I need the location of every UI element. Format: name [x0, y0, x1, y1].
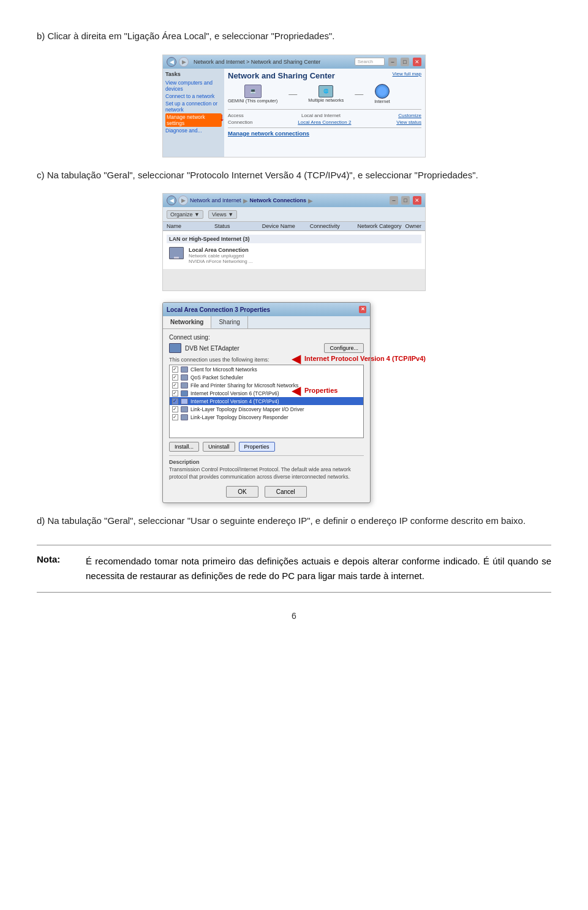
cancel-button[interactable]: Cancel: [265, 486, 307, 498]
network-icon: 🌐: [318, 85, 333, 97]
ss1-internet-label: Internet: [374, 99, 390, 104]
win2-forward-btn[interactable]: ▶: [178, 195, 188, 205]
views-button[interactable]: Views ▼: [208, 210, 237, 219]
screenshot-properties-dialog: Local Area Connection 3 Properties ✕ Net…: [162, 302, 371, 503]
ss1-network-label: Multiple networks: [308, 97, 344, 103]
ss2-toolbar: Organize ▼ Views ▼: [163, 207, 425, 222]
tasks-title: Tasks: [165, 71, 222, 77]
ss1-bottom: Access Local and Internet Customize Conn…: [228, 109, 421, 138]
note-text: É recomendado tomar nota primeiro das de…: [86, 554, 551, 583]
sidebar-manage-network[interactable]: Manage network settings ↓: [165, 113, 222, 127]
list-item-topology-mapper[interactable]: Link-Layer Topology Discovery Mapper I/O…: [170, 405, 363, 413]
screenshot-network-connections: ◀ ▶ Network and Internet ▶ Network Conne…: [162, 193, 426, 291]
list-item-ipv4[interactable]: Internet Protocol Version 4 (TCP/IPv4): [170, 397, 363, 405]
ss2-breadcrumb: Network and Internet ▶ Network Connectio…: [190, 197, 386, 204]
item-icon-fileprint: [181, 382, 188, 389]
annot-properties-text: Properties: [304, 387, 337, 394]
ss1-search[interactable]: Search: [355, 58, 385, 66]
checkbox-ipv4[interactable]: [172, 398, 178, 404]
checkbox-responder[interactable]: [172, 414, 178, 420]
annot-ipv4: ◀ Internet Protocol Version 4 (TCP/IPv4): [292, 351, 426, 366]
col-owner: Owner: [405, 223, 421, 229]
ss1-local-internet: Local and Internet: [301, 113, 341, 118]
ss1-view-status[interactable]: View status: [396, 119, 421, 125]
win2-close[interactable]: ✕: [413, 196, 421, 205]
item-icon-qos: [181, 374, 188, 381]
ss1-breadcrumb: Network and Internet > Network and Shari…: [194, 59, 352, 65]
checkbox-qos[interactable]: [172, 374, 178, 381]
sidebar-view-computers[interactable]: View computers and devices: [165, 79, 222, 93]
ss1-titlebar: ◀ ▶ Network and Internet > Network and S…: [163, 55, 425, 69]
ss3-close-btn[interactable]: ✕: [359, 306, 366, 313]
sidebar-connect-network[interactable]: Connect to a network: [165, 93, 222, 100]
list-item-topology-responder[interactable]: Link-Layer Topology Discovery Responder: [170, 413, 363, 421]
minimize-button[interactable]: –: [388, 58, 397, 66]
ss1-access-label: Access: [228, 113, 244, 118]
close-button[interactable]: ✕: [413, 58, 421, 66]
ss2-connection-item[interactable]: Local Area Connection Network cable unpl…: [167, 246, 421, 265]
ss3-adapter-name: DVB Net ETAdapter: [185, 345, 239, 352]
ss1-viewfull[interactable]: View full map: [393, 71, 421, 77]
breadcrumb-sep1: ▶: [243, 197, 248, 204]
ss1-manage-link[interactable]: Manage network connections: [228, 130, 309, 137]
ss3-buttons-row: Install... Uninstall Properties: [169, 442, 364, 452]
ss2-connection-icon: [169, 247, 184, 259]
arrow-ipv4-icon: ◀: [292, 351, 301, 366]
ss1-connection-label: Connection: [228, 119, 252, 125]
win2-minimize[interactable]: –: [390, 196, 398, 205]
description-text: Transmission Control Protocol/Internet P…: [169, 466, 364, 481]
checkbox-ipv6[interactable]: [172, 390, 178, 396]
breadcrumb-sep2: ▶: [308, 197, 313, 204]
item-icon-client: [181, 366, 188, 373]
ss3-annotations: ◀ Internet Protocol Version 4 (TCP/IPv4)…: [292, 351, 426, 398]
item-icon-responder: [181, 414, 188, 420]
col-category: Network Category: [358, 223, 405, 229]
arrow-properties-icon: ◀: [292, 383, 301, 398]
ss1-main: Network and Sharing Center View full map…: [224, 69, 425, 157]
ss1-main-title: Network and Sharing Center: [228, 71, 335, 80]
globe-icon: [375, 84, 390, 99]
sidebar-diagnose[interactable]: Diagnose and...: [165, 127, 222, 134]
page-number: 6: [37, 611, 551, 621]
ss3-description: Description Transmission Control Protoco…: [169, 455, 364, 481]
win2-back-btn[interactable]: ◀: [167, 195, 176, 205]
win-back-btn[interactable]: ◀: [167, 57, 176, 67]
ss1-computer-label: GEMINI (This computer): [228, 98, 277, 104]
ok-button[interactable]: OK: [226, 486, 258, 498]
win2-maximize[interactable]: □: [401, 196, 410, 205]
annot-ipv4-text: Internet Protocol Version 4 (TCP/IPv4): [304, 355, 426, 362]
item-icon-mapper: [181, 406, 188, 412]
ss1-customize[interactable]: Customize: [398, 113, 421, 118]
annot-properties: ◀ Properties: [292, 383, 426, 398]
checkbox-client[interactable]: [172, 366, 178, 373]
tab-sharing[interactable]: Sharing: [211, 316, 247, 328]
win-forward-btn[interactable]: ▶: [179, 57, 189, 67]
ss3-titlebar: Local Area Connection 3 Properties ✕: [163, 303, 370, 316]
checkbox-fileprint[interactable]: [172, 382, 178, 389]
ss1-local-area[interactable]: Local Area Connection 2: [298, 119, 351, 125]
note-label: Nota:: [37, 554, 74, 564]
uninstall-button[interactable]: Uninstall: [203, 442, 235, 452]
step-b-label: b) Clicar à direita em "Ligação Área Loc…: [37, 29, 551, 44]
step-d-label: d) Na tabulação "Geral", seleccionar "Us…: [37, 514, 551, 528]
ss2-conn-name: Local Area Connection: [189, 247, 252, 253]
col-status: Status: [214, 223, 262, 229]
description-title: Description: [169, 459, 364, 465]
ss2-column-headers: Name Status Device Name Connectivity Net…: [163, 222, 425, 231]
arrow2-icon: —: [355, 89, 363, 99]
organize-button[interactable]: Organize ▼: [167, 210, 203, 219]
item-icon-ipv4: [181, 398, 188, 404]
item-icon-ipv6: [181, 390, 188, 396]
breadcrumb-network-internet: Network and Internet: [190, 197, 241, 203]
sidebar-setup-connection[interactable]: Set up a connection or network: [165, 100, 222, 113]
checkbox-mapper[interactable]: [172, 406, 178, 412]
ss2-conn-status1: Network cable unplugged: [189, 253, 252, 259]
maximize-button[interactable]: □: [401, 58, 409, 66]
properties-button[interactable]: Properties: [239, 442, 275, 452]
ss2-body: LAN or High-Speed Internet (3) Local Are…: [163, 231, 425, 269]
install-button[interactable]: Install...: [169, 442, 199, 452]
tab-networking[interactable]: Networking: [163, 316, 211, 328]
ss3-ok-cancel: OK Cancel: [169, 486, 364, 498]
ss1-body: Tasks View computers and devices Connect…: [163, 69, 425, 157]
ss1-internet-node: Internet: [374, 84, 390, 104]
